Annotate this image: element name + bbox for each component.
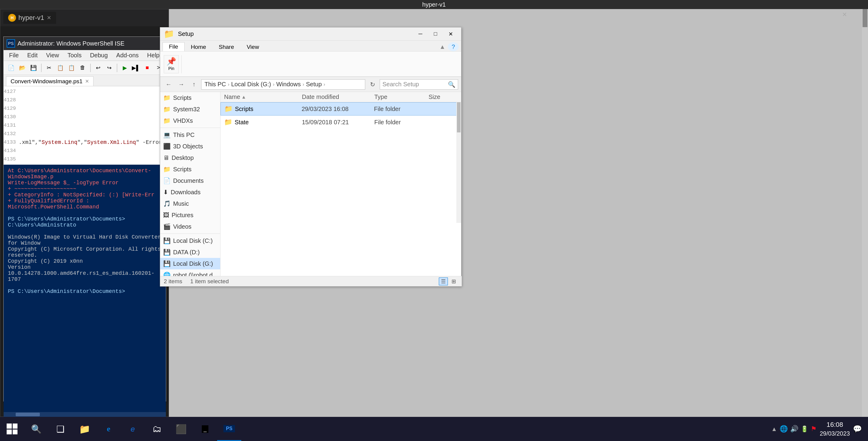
explorer-scrollbar-v[interactable]: [456, 102, 461, 223]
hyper-tab-close[interactable]: ✕: [47, 14, 51, 21]
taskbar-taskview-button[interactable]: ❑: [48, 417, 72, 441]
view-icons-btn[interactable]: ⊞: [449, 278, 458, 285]
ps-console-scrollbar-thumb[interactable]: [16, 413, 40, 416]
taskbar-ie-button[interactable]: e: [121, 417, 145, 441]
breadcrumb-windows[interactable]: Windows: [276, 81, 301, 88]
explorer-column-header: Name ▲ Date modified Type Size: [220, 92, 461, 102]
ps-console[interactable]: At C:\Users\Administrator\Documents\Conv…: [4, 165, 166, 412]
taskbar-edge-button[interactable]: e: [96, 417, 121, 441]
ps-menu-view[interactable]: View: [42, 51, 63, 60]
sidebar-item-scripts-nav[interactable]: 📁 Scripts: [160, 92, 220, 103]
ps-run-sel-btn[interactable]: ▶▌: [131, 63, 141, 73]
breadcrumb-thispc[interactable]: This PC: [205, 81, 226, 88]
sidebar-item-videos[interactable]: 🎬 Videos: [160, 221, 220, 232]
breadcrumb-localdisk[interactable]: Local Disk (G:): [231, 81, 271, 88]
sidebar-item-thispc[interactable]: 💻 This PC: [160, 129, 220, 140]
taskbar-tray: ▲ 🌐 🔊 🔋 ⚑ 16:08 29/03/2023 💬: [771, 417, 868, 441]
ps-open-btn[interactable]: 📂: [17, 63, 27, 73]
ps-run-btn[interactable]: ▶: [120, 63, 130, 73]
taskbar-cmd-icon: _: [202, 425, 208, 433]
status-item-count: 2 items: [164, 278, 182, 284]
col-header-type[interactable]: Type: [371, 94, 425, 100]
tray-network-icon[interactable]: 🌐: [780, 425, 788, 433]
sidebar-folder-icon-vhdxs: 📁: [163, 117, 171, 124]
taskbar-file-explorer-button[interactable]: 📁: [72, 417, 96, 441]
sidebar-item-vhdxs[interactable]: 📁 VHDXs: [160, 115, 220, 126]
sidebar-item-3dobjects[interactable]: ⬛ 3D Objects: [160, 140, 220, 152]
nav-back-btn[interactable]: ←: [163, 79, 174, 90]
sidebar-item-disk-g[interactable]: 💾 Local Disk (G:): [160, 258, 220, 270]
hyper-tab[interactable]: H hyper-v1 ✕: [3, 12, 56, 24]
ps-console-line-1: At C:\Users\Administrator\Documents\Conv…: [8, 168, 162, 180]
ribbon-tab-file[interactable]: File: [162, 42, 185, 51]
ribbon-tab-share[interactable]: Share: [212, 42, 240, 51]
outer-scrollbar-thumb[interactable]: [863, 9, 867, 27]
col-header-size[interactable]: Size: [425, 94, 461, 100]
sidebar-label-vhdxs: VHDXs: [173, 117, 193, 124]
ps-file-tab-close[interactable]: ✕: [85, 78, 89, 84]
ps-paste-btn[interactable]: 📋: [66, 63, 76, 73]
ps-editor[interactable]: 4127 4128 4129 4130 4131 4132: [4, 86, 166, 165]
title-bar: hyper-v1: [0, 0, 868, 9]
outer-scrollbar[interactable]: [862, 9, 868, 417]
ps-menu-edit[interactable]: Edit: [24, 51, 41, 60]
taskbar-clock[interactable]: 16:08 29/03/2023: [820, 420, 850, 438]
ps-clear-btn[interactable]: 🗑: [78, 63, 88, 73]
ps-menu-file[interactable]: File: [5, 51, 22, 60]
sidebar-item-music[interactable]: 🎵 Music: [160, 198, 220, 209]
file-row-state[interactable]: 📁 State 15/09/2018 07:21 File folder: [220, 116, 461, 129]
tray-volume-icon[interactable]: 🔊: [790, 425, 798, 433]
ps-file-tab-active[interactable]: Convert-WindowsImage.ps1 ✕: [6, 76, 93, 86]
nav-refresh-btn[interactable]: ↻: [367, 79, 378, 90]
view-details-btn[interactable]: ☰: [439, 278, 448, 285]
outer-close-button[interactable]: ✕: [839, 9, 850, 20]
address-bar[interactable]: This PC › Local Disk (G:) › Windows › Se…: [201, 79, 365, 90]
ps-new-btn[interactable]: 📄: [6, 63, 16, 73]
ps-console-blank-2: [8, 228, 162, 234]
tray-expand-icon[interactable]: ▲: [771, 426, 777, 433]
sidebar-item-downloads[interactable]: ⬇ Downloads: [160, 186, 220, 198]
sidebar-item-disk-c[interactable]: 💾 Local Disk (C:): [160, 235, 220, 247]
ribbon-collapse-btn[interactable]: ▲: [437, 42, 448, 51]
sidebar-item-desktop[interactable]: 🖥 Desktop: [160, 152, 220, 163]
taskbar-search-button[interactable]: 🔍: [24, 417, 48, 441]
sidebar-item-scripts2[interactable]: 📁 Scripts: [160, 163, 220, 175]
explorer-maximize-btn[interactable]: □: [429, 29, 442, 39]
taskbar-registry-button[interactable]: ⬛: [169, 417, 193, 441]
tray-notification-btn[interactable]: 💬: [853, 425, 862, 433]
taskbar-start-button[interactable]: [0, 417, 24, 441]
sidebar-item-system32[interactable]: 📁 System32: [160, 103, 220, 115]
taskbar-filemanager-button[interactable]: 🗂: [145, 417, 169, 441]
nav-up-btn[interactable]: ↑: [188, 79, 199, 90]
sidebar-item-pictures[interactable]: 🖼 Pictures: [160, 209, 220, 221]
ribbon-help-btn[interactable]: ?: [448, 42, 459, 51]
explorer-minimize-btn[interactable]: ─: [413, 29, 427, 39]
ps-stop-btn[interactable]: ■: [142, 63, 152, 73]
ps-menu-addons[interactable]: Add-ons: [113, 51, 142, 60]
explorer-close-btn[interactable]: ✕: [444, 29, 458, 39]
search-bar[interactable]: Search Setup 🔍: [380, 79, 458, 90]
taskbar-cmd-button[interactable]: _: [193, 417, 217, 441]
sidebar-item-data-d[interactable]: 💾 DATA (D:): [160, 247, 220, 258]
ps-cut-btn[interactable]: ✂: [44, 63, 54, 73]
pin-quick-btn[interactable]: 📌Pin: [164, 55, 179, 73]
taskbar-powershell-button[interactable]: PS: [217, 417, 241, 441]
ps-redo-btn[interactable]: ↪: [104, 63, 114, 73]
explorer-scrollbar-thumb-v[interactable]: [457, 102, 461, 132]
sidebar-item-robot[interactable]: 🌐 robot (\\robot.d: [160, 270, 220, 277]
col-header-date[interactable]: Date modified: [298, 94, 371, 100]
ps-save-btn[interactable]: 💾: [29, 63, 39, 73]
ribbon-tab-home[interactable]: Home: [185, 42, 213, 51]
tray-battery-icon[interactable]: 🔋: [801, 425, 808, 433]
breadcrumb-setup[interactable]: Setup: [306, 81, 322, 88]
ps-copy-btn[interactable]: 📋: [55, 63, 65, 73]
ribbon-tab-view[interactable]: View: [240, 42, 266, 51]
sidebar-item-documents[interactable]: 📄 Documents: [160, 175, 220, 186]
ps-console-scrollbar[interactable]: [4, 412, 166, 417]
nav-forward-btn[interactable]: →: [176, 79, 187, 90]
ps-undo-btn[interactable]: ↩: [93, 63, 103, 73]
ps-menu-tools[interactable]: Tools: [64, 51, 85, 60]
file-row-scripts[interactable]: 📁 Scripts 29/03/2023 16:08 File folder: [220, 102, 461, 116]
col-header-name[interactable]: Name ▲: [220, 94, 298, 100]
ps-menu-debug[interactable]: Debug: [86, 51, 111, 60]
